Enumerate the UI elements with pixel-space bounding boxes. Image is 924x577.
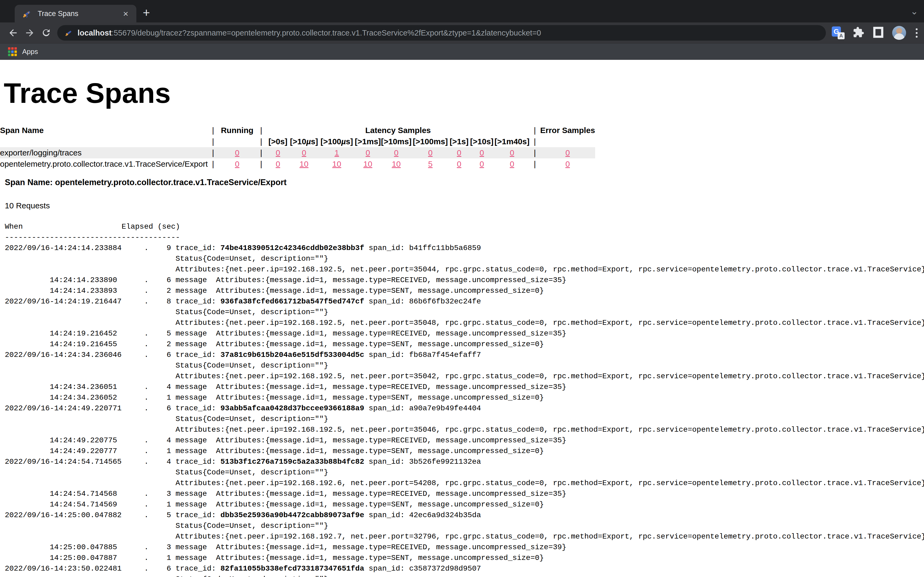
- latency-count-7-link[interactable]: 0: [480, 148, 484, 157]
- latency-count-1-link[interactable]: 10: [299, 160, 308, 168]
- record-6-status: Status{Code=Unset, description=""}: [5, 574, 924, 577]
- running-count: 0: [218, 147, 256, 158]
- url-text: localhost:55679/debug/tracez?zspanname=o…: [78, 29, 541, 37]
- pipe: |: [529, 147, 540, 158]
- latency-count-8-link[interactable]: 0: [510, 148, 514, 157]
- latency-count-6: 0: [449, 147, 469, 158]
- record-4-message-0: 14:24:54.714568 . 3 message Attributes:{…: [5, 488, 924, 499]
- record-5-message-1: 14:25:00.047887 . 1 message Attributes:{…: [5, 553, 924, 563]
- latency-count-5-link[interactable]: 5: [428, 160, 433, 168]
- latency-count-1: 10: [289, 158, 319, 169]
- empty: [218, 136, 256, 147]
- latency-count-8-link[interactable]: 0: [510, 160, 514, 168]
- kebab-dot: [916, 36, 918, 38]
- latency-count-0-link[interactable]: 0: [276, 148, 280, 157]
- record-3-head: 2022/09/16-14:24:49.220771 . 6 trace_id:…: [5, 403, 924, 414]
- latency-count-3: 0: [355, 147, 381, 158]
- error-count: 0: [540, 158, 595, 169]
- translate-button[interactable]: G A: [832, 26, 845, 39]
- pipe: |: [529, 125, 540, 136]
- latency-count-4: 0: [381, 147, 412, 158]
- latency-count-3-link[interactable]: 10: [363, 160, 372, 168]
- latency-count-4: 10: [381, 158, 412, 169]
- record-1-message-1: 14:24:19.216455 . 2 message Attributes:{…: [5, 339, 924, 350]
- record-1-status: Status{Code=Unset, description=""}: [5, 307, 924, 318]
- empty: [0, 136, 208, 147]
- latency-count-6-link[interactable]: 0: [457, 160, 462, 168]
- forward-button[interactable]: [21, 24, 38, 41]
- latency-count-7-link[interactable]: 0: [480, 160, 484, 168]
- bucket-label-4: [>10ms]: [381, 136, 412, 147]
- error-count-link[interactable]: 0: [565, 148, 570, 157]
- back-arrow-icon: [8, 27, 18, 38]
- record-1-head: 2022/09/16-14:24:19.216447 . 8 trace_id:…: [5, 296, 924, 307]
- tab-strip: Trace Spans × + ⌄: [0, 0, 924, 23]
- summary-header-row: Span Name|Running|Latency Samples|Error …: [0, 125, 595, 136]
- running-count-link[interactable]: 0: [235, 160, 239, 168]
- record-3-attributes: Attributes:{net.peer.ip=192.168.192.5, n…: [5, 424, 924, 435]
- latency-count-7: 0: [469, 158, 494, 169]
- pipe: |: [256, 147, 267, 158]
- error-count-link[interactable]: 0: [565, 160, 570, 168]
- record-5-status: Status{Code=Unset, description=""}: [5, 521, 924, 531]
- latency-count-5-link[interactable]: 0: [428, 148, 433, 157]
- latency-count-0-link[interactable]: 0: [276, 160, 280, 168]
- bucket-label-8: [>1m40s]: [494, 136, 530, 147]
- latency-count-1-link[interactable]: 0: [302, 148, 306, 157]
- latency-count-6: 0: [449, 158, 469, 169]
- latency-count-2: 1: [319, 147, 355, 158]
- telescope-favicon: [22, 9, 32, 18]
- span-name: opentelemetry.proto.collector.trace.v1.T…: [0, 158, 208, 169]
- record-3-status: Status{Code=Unset, description=""}: [5, 414, 924, 424]
- latency-count-2: 10: [319, 158, 355, 169]
- record-3-message-1: 14:24:49.220777 . 1 message Attributes:{…: [5, 446, 924, 456]
- latency-count-4-link[interactable]: 0: [394, 148, 399, 157]
- page-title: Trace Spans: [4, 77, 924, 109]
- record-2-message-0: 14:24:34.236051 . 4 message Attributes:{…: [5, 382, 924, 392]
- span-summary-table: Span Name|Running|Latency Samples|Error …: [0, 125, 595, 169]
- latency-count-2-link[interactable]: 10: [332, 160, 341, 168]
- chrome-menu-button[interactable]: [914, 27, 919, 39]
- bookmark-apps[interactable]: Apps: [22, 48, 38, 56]
- address-bar[interactable]: localhost:55679/debug/tracez?zspanname=o…: [57, 25, 826, 40]
- record-3-message-0: 14:24:49.220775 . 4 message Attributes:{…: [5, 435, 924, 446]
- latency-count-6-link[interactable]: 0: [457, 148, 462, 157]
- puzzle-icon: [853, 26, 864, 38]
- reload-icon: [41, 28, 51, 38]
- side-panel-button[interactable]: [872, 26, 884, 39]
- bucket-label-3: [>1ms]: [355, 136, 381, 147]
- tab-search-chevron-icon[interactable]: ⌄: [911, 6, 918, 16]
- latency-count-2-link[interactable]: 1: [334, 148, 339, 157]
- record-1-message-0: 14:24:19.216452 . 5 message Attributes:{…: [5, 328, 924, 339]
- latency-count-3-link[interactable]: 0: [365, 148, 370, 157]
- error-count: 0: [540, 147, 595, 158]
- pipe: |: [256, 136, 267, 147]
- bucket-label-6: [>1s]: [449, 136, 469, 147]
- back-button[interactable]: [5, 24, 21, 41]
- running-count-link[interactable]: 0: [235, 148, 239, 157]
- latency-count-4-link[interactable]: 10: [392, 160, 401, 168]
- pipe: |: [208, 147, 218, 158]
- pipe: |: [208, 158, 218, 169]
- profile-avatar[interactable]: [892, 26, 906, 40]
- reload-button[interactable]: [38, 24, 55, 41]
- bucket-label-5: [>100ms]: [412, 136, 449, 147]
- pipe: |: [208, 125, 218, 136]
- bucket-label-1: [>10µs]: [289, 136, 319, 147]
- records-divider: ---------------------------------------: [5, 232, 924, 243]
- records-header: When Elapsed (sec): [5, 221, 924, 232]
- tab-title: Trace Spans: [38, 10, 120, 18]
- record-0-attributes: Attributes:{net.peer.ip=192.168.192.5, n…: [5, 264, 924, 275]
- tab-close-icon[interactable]: ×: [120, 8, 131, 19]
- new-tab-button[interactable]: +: [143, 6, 150, 19]
- browser-tab[interactable]: Trace Spans ×: [15, 5, 136, 23]
- latency-count-5: 0: [412, 147, 449, 158]
- pipe: |: [529, 158, 540, 169]
- avatar-shoulders: [894, 34, 905, 40]
- latency-count-5: 5: [412, 158, 449, 169]
- extensions-button[interactable]: [853, 26, 864, 39]
- latency-count-0: 0: [267, 147, 289, 158]
- record-2-head: 2022/09/16-14:24:34.236046 . 6 trace_id:…: [5, 350, 924, 360]
- trace-records: When Elapsed (sec)----------------------…: [0, 221, 924, 577]
- record-0-status: Status{Code=Unset, description=""}: [5, 253, 924, 264]
